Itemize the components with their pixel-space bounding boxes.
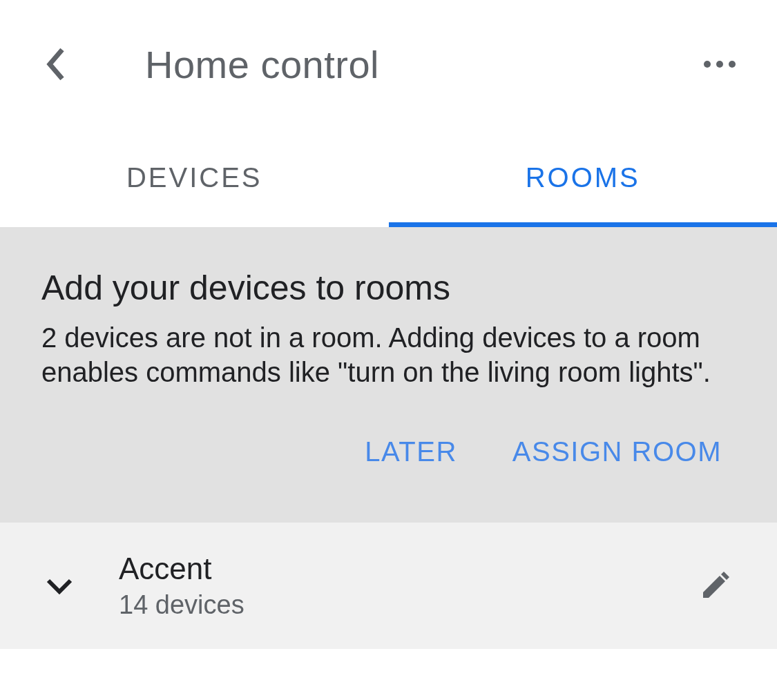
app-header: Home control (0, 0, 777, 128)
more-horizontal-icon[interactable] (704, 61, 736, 68)
tab-label: ROOMS (526, 162, 640, 193)
room-list: Accent 14 devices (0, 523, 777, 649)
prompt-title: Add your devices to rooms (41, 268, 736, 308)
prompt-actions: LATER ASSIGN ROOM (41, 422, 736, 488)
room-item[interactable]: Accent 14 devices (0, 523, 777, 649)
page-title: Home control (145, 42, 379, 87)
tab-devices[interactable]: DEVICES (0, 128, 389, 227)
back-icon[interactable] (35, 43, 76, 85)
room-text: Accent 14 devices (119, 552, 694, 620)
edit-icon[interactable] (694, 565, 736, 607)
tab-label: DEVICES (126, 162, 262, 193)
tab-rooms[interactable]: ROOMS (389, 128, 778, 227)
room-name: Accent (119, 552, 694, 586)
chevron-down-icon (39, 578, 80, 594)
tab-bar: DEVICES ROOMS (0, 128, 777, 228)
room-device-count: 14 devices (119, 590, 694, 620)
assign-room-button[interactable]: ASSIGN ROOM (506, 422, 729, 481)
prompt-body: 2 devices are not in a room. Adding devi… (41, 320, 736, 389)
later-button[interactable]: LATER (358, 422, 463, 481)
assign-room-prompt: Add your devices to rooms 2 devices are … (0, 228, 777, 523)
